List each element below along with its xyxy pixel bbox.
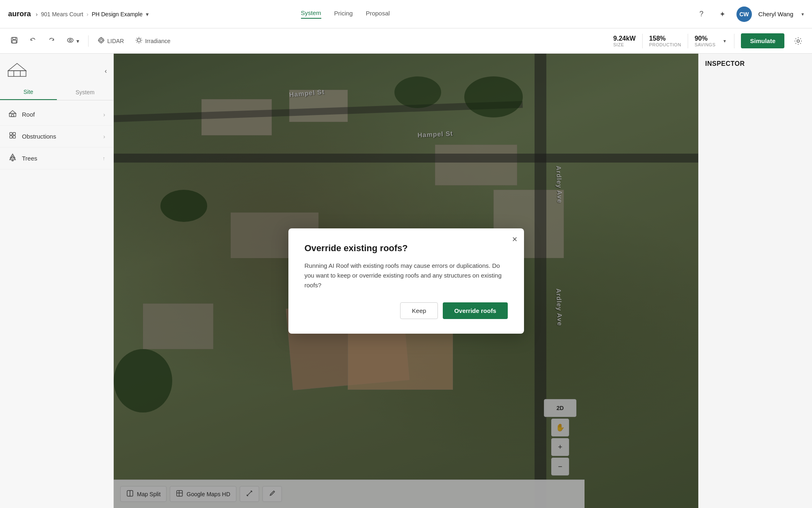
- svg-rect-28: [10, 132, 12, 135]
- savings-metric: 90% SAVINGS: [695, 35, 716, 47]
- svg-point-3: [67, 38, 73, 42]
- breadcrumb-address[interactable]: 901 Mears Court: [41, 11, 83, 17]
- redo-icon: [48, 37, 55, 45]
- savings-label: SAVINGS: [695, 42, 716, 47]
- irradiance-icon: [135, 37, 143, 45]
- modal-title: Override existing roofs?: [305, 243, 508, 254]
- toolbar-sep1: [88, 35, 89, 47]
- svg-rect-26: [9, 113, 16, 117]
- svg-rect-30: [10, 136, 12, 138]
- notifications-button[interactable]: ✦: [715, 7, 730, 22]
- lidar-label: LIDAR: [107, 38, 124, 44]
- roof-chevron-icon: ›: [103, 111, 105, 118]
- obstructions-label: Obstructions: [22, 133, 98, 140]
- production-value: 158%: [649, 35, 666, 42]
- inspector-title: INSPECTOR: [705, 60, 806, 67]
- trees-label: Trees: [22, 155, 98, 162]
- undo-icon: [29, 37, 37, 45]
- sidebar-roof-icon: [6, 62, 28, 80]
- breadcrumb: › 901 Mears Court › PH Design Example ▾: [36, 11, 149, 17]
- sidebar-item-roof[interactable]: Roof ›: [0, 104, 113, 126]
- user-chevron-icon[interactable]: ▾: [801, 11, 804, 17]
- trees-badge: ↑: [103, 155, 106, 161]
- trees-icon: [8, 153, 17, 163]
- modal-overlay: × Override existing roofs? Running AI Ro…: [114, 54, 698, 508]
- view-button[interactable]: ▾: [63, 34, 83, 48]
- breadcrumb-indicator: ▾: [146, 11, 149, 17]
- simulate-button[interactable]: Simulate: [741, 33, 784, 48]
- modal-dialog: × Override existing roofs? Running AI Ro…: [288, 228, 524, 334]
- svg-rect-27: [11, 115, 14, 117]
- collapse-icon: ‹: [105, 67, 107, 74]
- override-button[interactable]: Override roofs: [443, 302, 507, 319]
- production-metric: 158% PRODUCTION: [649, 35, 681, 47]
- irradiance-label: Irradiance: [145, 38, 170, 44]
- toolbar: ▾ LIDAR Irradiance 9.24kW SIZE 158% PROD…: [0, 28, 812, 54]
- sidebar-item-obstructions[interactable]: Obstructions ›: [0, 126, 113, 148]
- svg-rect-1: [13, 37, 16, 39]
- avatar: CW: [736, 7, 752, 22]
- svg-line-16: [137, 38, 138, 39]
- metrics-dropdown-button[interactable]: ▾: [722, 37, 728, 46]
- nav-right: ? ✦ CW Cheryl Wang ▾: [694, 7, 804, 22]
- svg-marker-21: [8, 63, 26, 71]
- savings-value: 90%: [695, 35, 708, 42]
- size-label: SIZE: [613, 42, 624, 47]
- undo-button[interactable]: [25, 34, 41, 48]
- metrics-sep2: [688, 34, 688, 48]
- svg-point-20: [797, 40, 799, 42]
- redo-button[interactable]: [44, 34, 59, 48]
- map-area[interactable]: Hampel St Hampel St Ardley Ave Ardley Av…: [114, 54, 698, 508]
- svg-point-6: [100, 39, 102, 41]
- nav-center: System Pricing Proposal: [301, 9, 390, 19]
- toolbar-settings-button[interactable]: [791, 34, 806, 48]
- inspector-panel: INSPECTOR: [698, 54, 812, 508]
- svg-point-5: [99, 38, 104, 43]
- metrics-sep3: [734, 34, 734, 48]
- obstructions-icon: [8, 131, 17, 141]
- breadcrumb-project[interactable]: PH Design Example: [92, 11, 143, 17]
- svg-line-19: [137, 42, 138, 43]
- user-name: Cheryl Wang: [758, 11, 793, 17]
- svg-line-17: [141, 42, 141, 43]
- help-icon: ?: [699, 10, 704, 18]
- nav-system[interactable]: System: [301, 9, 321, 19]
- modal-close-button[interactable]: ×: [512, 235, 518, 244]
- svg-point-11: [137, 39, 141, 42]
- eye-icon: [67, 37, 74, 45]
- svg-point-4: [69, 39, 71, 41]
- lidar-button[interactable]: LIDAR: [93, 34, 128, 48]
- sidebar-header: ‹: [0, 54, 113, 85]
- nav-proposal[interactable]: Proposal: [366, 10, 390, 18]
- production-label: PRODUCTION: [649, 42, 681, 47]
- svg-line-18: [141, 38, 141, 39]
- breadcrumb-sep2: ›: [87, 11, 89, 17]
- save-icon: [11, 37, 18, 45]
- svg-rect-34: [12, 160, 13, 161]
- save-button[interactable]: [6, 34, 22, 48]
- sidebar-item-trees[interactable]: Trees ↑: [0, 148, 113, 169]
- sidebar-menu: Roof › Obstructions › Trees ↑: [0, 100, 113, 173]
- size-metric: 9.24kW SIZE: [613, 35, 636, 47]
- bell-icon: ✦: [719, 10, 725, 19]
- home-icon: [8, 109, 17, 119]
- app-logo: aurora: [8, 10, 31, 18]
- toolbar-right: 9.24kW SIZE 158% PRODUCTION 90% SAVINGS …: [613, 33, 806, 48]
- sidebar-collapse-button[interactable]: ‹: [105, 67, 107, 75]
- metrics-sep1: [642, 34, 643, 48]
- size-value: 9.24kW: [613, 35, 636, 42]
- left-sidebar: ‹ Site System Roof › Obstructions › Tree…: [0, 54, 114, 508]
- irradiance-button[interactable]: Irradiance: [131, 34, 174, 48]
- keep-button[interactable]: Keep: [400, 302, 438, 319]
- lidar-icon: [97, 37, 105, 45]
- nav-pricing[interactable]: Pricing: [334, 10, 353, 18]
- svg-rect-2: [12, 40, 16, 43]
- help-button[interactable]: ?: [694, 7, 709, 22]
- tab-system[interactable]: System: [57, 85, 114, 100]
- breadcrumb-sep: ›: [36, 11, 38, 17]
- top-nav: aurora › 901 Mears Court › PH Design Exa…: [0, 0, 812, 28]
- tab-site[interactable]: Site: [0, 85, 57, 100]
- svg-rect-31: [13, 136, 15, 138]
- svg-rect-22: [8, 71, 26, 76]
- modal-body: Running AI Roof with existing roofs may …: [305, 261, 508, 290]
